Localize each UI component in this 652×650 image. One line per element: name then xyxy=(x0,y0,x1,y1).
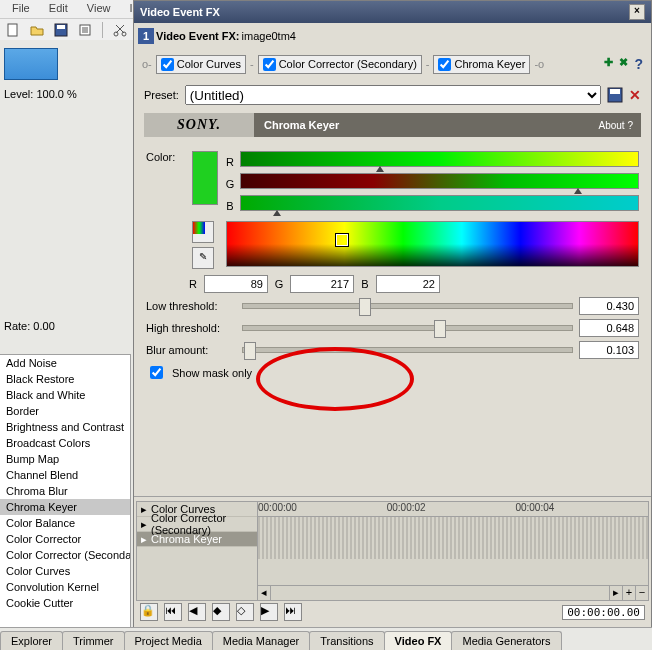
chain-label: Video Event FX: xyxy=(156,30,240,42)
svg-rect-2 xyxy=(57,25,65,29)
properties-icon[interactable] xyxy=(76,21,94,39)
cut-icon[interactable] xyxy=(111,21,129,39)
new-icon[interactable] xyxy=(4,21,22,39)
fx-chain-header: 1 Video Event FX: image0tm4 xyxy=(134,23,651,42)
menu-edit[interactable]: Edit xyxy=(41,0,76,16)
close-icon[interactable]: × xyxy=(629,4,645,20)
video-event-fx-window: Video Event FX × 1 Video Event FX: image… xyxy=(133,0,652,42)
chain-media: image0tm4 xyxy=(242,30,296,42)
window-titlebar[interactable]: Video Event FX × xyxy=(134,1,651,23)
menu-view[interactable]: View xyxy=(79,0,119,16)
open-icon[interactable] xyxy=(28,21,46,39)
preview-panel: Level: 100.0 % xyxy=(0,40,130,42)
menu-file[interactable]: File xyxy=(4,0,38,16)
svg-rect-0 xyxy=(8,24,17,36)
save-icon[interactable] xyxy=(52,21,70,39)
window-title: Video Event FX xyxy=(140,6,220,18)
chain-index: 1 xyxy=(138,28,154,42)
